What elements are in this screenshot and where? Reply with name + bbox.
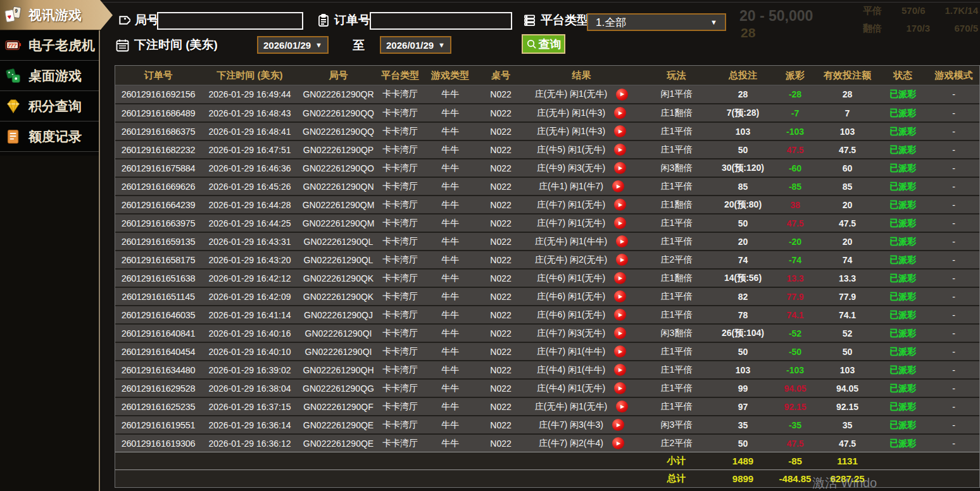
play-icon: ▶ [619,386,622,391]
clipboard-icon [317,13,330,27]
play-video-button[interactable]: ▶ [614,199,626,211]
order-number-cell: 260129161651145 [115,288,201,305]
bet-time-cell: 2026-01-29 16:41:14 [201,306,298,323]
platform-type-select[interactable]: 1.全部 ▼ [587,13,726,31]
valid-bet-cell: 20 [817,196,877,213]
table-number-cell: N022 [479,325,523,342]
bet-type-cell: 庄1翻倍 [640,270,713,287]
play-video-button[interactable]: ▶ [614,144,626,156]
play-video-button[interactable]: ▶ [614,327,626,339]
platform-cell: 卡卡湾厅 [379,435,422,452]
round-number-cell: GN022261290QK [298,288,379,305]
game-type-cell: 牛牛 [422,85,479,103]
sidebar-item-credit-records[interactable]: 额度记录 [0,121,99,152]
table-number-cell: N022 [479,380,523,397]
sidebar-item-label: 积分查询 [28,97,82,115]
slot-machine-777-icon: 777 [4,36,23,55]
bet-type-cell: 闲1平倍 [640,85,713,103]
sidebar-item-points-query[interactable]: 积分查询 [0,91,99,121]
col-total-bet: 总投注 [713,66,773,85]
table-row: 260129161675884 2026-01-29 16:46:36 GN02… [115,158,979,177]
play-video-button[interactable]: ▶ [614,345,626,357]
order-number-cell: 260129161675884 [115,159,201,177]
table-row: 260129161619551 2026-01-29 16:36:14 GN02… [115,415,979,433]
subtotal-label: 小计 [640,452,713,469]
play-video-button[interactable]: ▶ [614,107,626,119]
payout-cell: 13.3 [773,270,817,287]
table-row: 260129161669626 2026-01-29 16:45:26 GN02… [115,177,979,195]
sidebar-item-video-games[interactable]: 9 ♥ 视讯游戏 [0,0,113,30]
platform-cell: 卡卡湾厅 [379,325,422,342]
play-video-button[interactable]: ▶ [612,419,624,431]
status-cell: 已派彩 [877,159,928,177]
result-cell: 庄(牛6) 闲1(无牛) ▶ [523,270,640,287]
play-icon: ▶ [620,239,624,244]
game-type-cell: 牛牛 [422,398,479,415]
game-type-cell: 牛牛 [422,214,479,232]
play-video-button[interactable]: ▶ [616,401,628,413]
bet-type-cell: 庄1平倍 [640,343,713,360]
play-video-button[interactable]: ▶ [616,235,628,247]
platform-cell: 卡卡湾厅 [379,196,422,213]
play-video-button[interactable]: ▶ [614,364,626,376]
payout-cell: -52 [773,325,817,342]
round-number-cell: GN022261290QR [298,85,379,103]
platform-cell: 卡卡湾厅 [379,178,422,195]
round-number-input[interactable] [157,12,303,30]
status-cell: 已派彩 [877,288,928,305]
order-number-input[interactable] [370,12,512,30]
play-video-button[interactable]: ▶ [614,217,626,229]
play-icon: ▶ [619,349,622,354]
order-number-label: 订单号 [317,12,370,28]
result-cell: 庄(牛7) 闲3(无牛) ▶ [523,325,640,342]
ghost-limit-value: 28 [741,25,755,40]
svg-text:777: 777 [8,42,16,48]
play-video-button[interactable]: ▶ [612,180,624,192]
play-video-button[interactable]: ▶ [612,437,624,449]
table-number-cell: N022 [479,398,523,415]
magnifier-icon [526,39,537,49]
status-cell: 已派彩 [877,123,928,140]
game-type-cell: 牛牛 [422,251,479,268]
result-cell: 庄(牛7) 闲3(牛3) ▶ [523,416,640,433]
play-video-button[interactable]: ▶ [614,290,626,302]
payout-cell: 47.5 [773,435,817,452]
table-number-cell: N022 [479,288,523,305]
result-text: 庄(牛6) 闲1(无牛) [537,309,605,321]
date-to-picker[interactable]: 2026/01/29 ▼ [380,36,451,54]
play-video-button[interactable]: ▶ [614,162,626,174]
payout-cell: -85 [773,178,817,195]
game-type-cell: 牛牛 [422,270,479,287]
play-video-button[interactable]: ▶ [614,125,626,137]
payout-cell: -28 [773,85,817,103]
sidebar-item-table-games[interactable]: 桌面游戏 [0,61,99,91]
sidebar-item-slots[interactable]: 777 电子老虎机 [0,30,99,61]
bet-type-cell: 庄2平倍 [640,251,713,268]
bet-time-cell: 2026-01-29 16:43:31 [201,233,298,250]
payout-cell: -74 [773,251,817,268]
result-text: 庄(牛9) 闲3(无牛) [537,163,605,174]
col-payout: 派彩 [773,66,817,85]
play-video-button[interactable]: ▶ [614,382,626,394]
play-video-button[interactable]: ▶ [614,272,626,284]
col-status: 状态 [877,66,928,85]
col-order: 订单号 [115,66,201,85]
table-row: 260129161646035 2026-01-29 16:41:14 GN02… [115,305,979,323]
payout-cell: 38 [773,196,817,213]
result-cell: 庄(无牛) 闲1(无牛) ▶ [523,85,640,103]
calendar-icon [115,38,130,53]
valid-bet-cell: 74 [817,251,877,268]
bet-time-cell: 2026-01-29 16:44:25 [201,214,298,232]
date-from-picker[interactable]: 2026/01/29 ▼ [257,36,329,54]
status-cell: 已派彩 [877,361,928,378]
platform-cell: 卡卡湾厅 [379,233,422,250]
play-video-button[interactable]: ▶ [616,254,628,266]
total-bet-cell: 78 [713,306,773,323]
bet-time-cell: 2026-01-29 16:44:28 [201,196,298,213]
play-video-button[interactable]: ▶ [614,309,626,321]
result-text: 庄(无牛) 闲1(牛3) [537,108,605,119]
play-icon: ▶ [619,111,622,116]
result-cell: 庄(牛7) 闲1(无牛) ▶ [523,196,640,213]
search-button[interactable]: 查询 [522,34,565,54]
play-video-button[interactable]: ▶ [616,89,628,101]
